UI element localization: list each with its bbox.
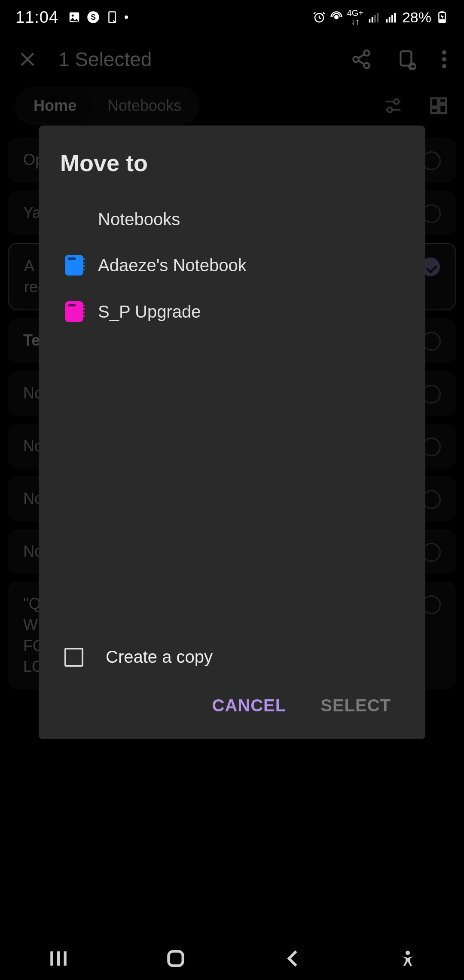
svg-rect-14 (394, 13, 396, 23)
hotspot-icon (330, 11, 343, 24)
status-time: 11:04 (15, 8, 58, 27)
dialog-title: Move to (60, 150, 404, 176)
create-copy-label: Create a copy (106, 647, 213, 667)
battery-charging-icon (436, 11, 449, 24)
move-target-root[interactable]: Notebooks (60, 197, 404, 242)
status-bar: 11:04 S 4G+ ↓↑ 28% (0, 0, 464, 34)
svg-rect-8 (372, 17, 373, 23)
svg-rect-35 (168, 951, 183, 965)
network-type-icon: 4G+ ↓↑ (347, 9, 363, 26)
accessibility-icon[interactable] (399, 950, 416, 967)
svg-rect-13 (391, 15, 393, 23)
move-target-notebook[interactable]: Adaeze's Notebook (60, 242, 404, 288)
move-target-notebook[interactable]: S_P Upgrade (60, 288, 404, 335)
select-button[interactable]: SELECT (316, 689, 395, 722)
move-to-dialog: Move to Notebooks Adaeze's NotebookS_P U… (39, 126, 425, 739)
signal-1-icon (368, 11, 381, 24)
more-notifications-icon (125, 15, 128, 19)
svg-rect-32 (51, 951, 53, 965)
recents-icon[interactable] (48, 948, 69, 969)
create-copy-row[interactable]: Create a copy (60, 640, 404, 684)
svg-rect-10 (377, 13, 379, 23)
move-target-list: Notebooks Adaeze's NotebookS_P Upgrade (60, 197, 404, 640)
device-icon (106, 11, 119, 24)
move-target-label: S_P Upgrade (98, 302, 201, 322)
svg-rect-7 (369, 19, 370, 23)
status-right: 4G+ ↓↑ 28% (313, 9, 449, 26)
svg-rect-11 (386, 19, 388, 23)
app-s-icon: S (87, 11, 100, 24)
create-copy-checkbox[interactable] (64, 648, 83, 667)
signal-2-icon (385, 11, 398, 24)
back-icon[interactable] (282, 948, 303, 969)
battery-percent: 28% (402, 9, 431, 26)
svg-text:S: S (91, 13, 96, 21)
svg-rect-33 (57, 951, 60, 965)
home-icon[interactable] (165, 948, 186, 969)
notebook-icon (65, 255, 83, 276)
svg-point-36 (406, 951, 410, 955)
move-target-label: Notebooks (98, 210, 180, 229)
svg-rect-17 (440, 19, 445, 22)
alarm-icon (313, 11, 326, 24)
android-navbar (0, 937, 464, 980)
cancel-button[interactable]: CANCEL (208, 689, 291, 722)
notebook-icon (65, 301, 83, 322)
status-left: 11:04 S (15, 8, 128, 27)
svg-point-6 (335, 15, 338, 19)
dialog-actions: CANCEL SELECT (60, 684, 404, 726)
svg-point-1 (72, 15, 74, 17)
svg-rect-16 (440, 11, 444, 13)
svg-rect-12 (389, 17, 391, 23)
gallery-icon (68, 11, 81, 24)
move-target-label: Adaeze's Notebook (98, 256, 247, 275)
svg-rect-34 (64, 951, 67, 965)
svg-rect-9 (374, 15, 376, 23)
